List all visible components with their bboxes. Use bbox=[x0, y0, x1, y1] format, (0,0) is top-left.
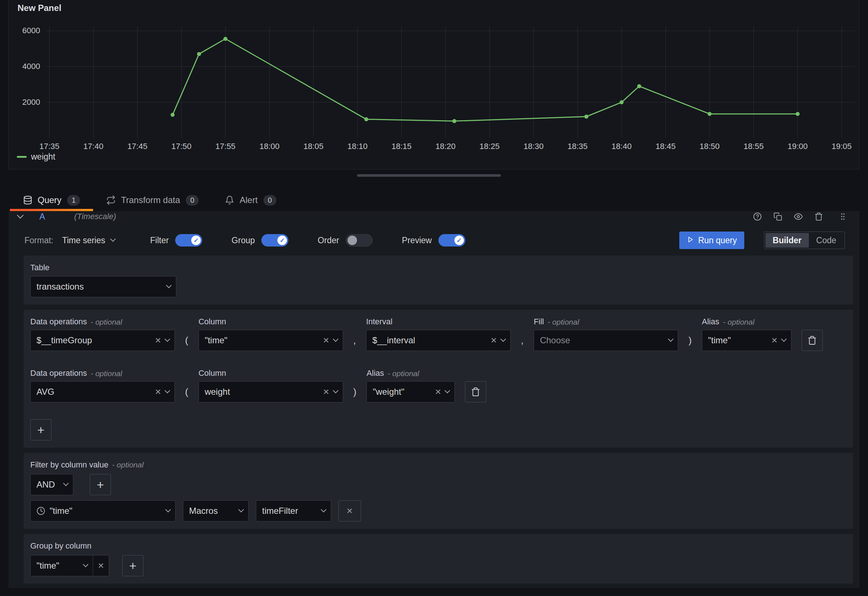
remove-column bbox=[465, 368, 486, 402]
datasource-name: (Timescale) bbox=[74, 212, 116, 221]
run-query-button[interactable]: Run query bbox=[679, 232, 744, 249]
y-axis-tick: 2000 bbox=[22, 98, 40, 107]
select-value: "time" bbox=[37, 561, 79, 571]
switch-knob bbox=[191, 235, 201, 245]
optional-hint: - optional bbox=[723, 318, 754, 327]
field-label: Interval bbox=[366, 317, 393, 327]
mode-code-button[interactable]: Code bbox=[809, 233, 844, 248]
chevron-down-icon bbox=[63, 481, 69, 487]
tab-query[interactable]: Query 1 bbox=[10, 189, 93, 211]
group-switch[interactable] bbox=[261, 234, 288, 247]
add-operation-row: + bbox=[30, 419, 846, 441]
tab-alert[interactable]: Alert 0 bbox=[212, 189, 289, 211]
operator-select[interactable]: AND bbox=[30, 474, 73, 495]
x-axis-tick: 17:35 bbox=[40, 142, 59, 151]
close-paren: ) bbox=[688, 330, 692, 351]
remove-filter-button[interactable]: × bbox=[338, 500, 361, 522]
x-axis-tick: 18:15 bbox=[391, 142, 411, 151]
add-operation-button[interactable]: + bbox=[30, 419, 52, 441]
filter-condition-row: "time" Macros timeFilter × bbox=[30, 500, 846, 522]
open-paren: ( bbox=[185, 381, 188, 402]
column-select[interactable]: "time" × bbox=[199, 330, 343, 351]
add-groupby-button[interactable]: + bbox=[122, 555, 143, 576]
x-axis-tick: 18:40 bbox=[611, 142, 632, 151]
drag-handle-icon[interactable] bbox=[838, 212, 847, 221]
clock-icon bbox=[37, 507, 45, 515]
x-axis-tick: 17:55 bbox=[216, 142, 235, 151]
select-value: timeFilter bbox=[262, 506, 317, 516]
chevron-down-icon bbox=[444, 388, 450, 394]
clear-icon[interactable]: × bbox=[323, 335, 329, 346]
mode-builder-button[interactable]: Builder bbox=[765, 233, 809, 248]
order-switch[interactable] bbox=[345, 234, 373, 247]
filter-switch[interactable] bbox=[175, 234, 202, 247]
alias-select[interactable]: "time" × bbox=[702, 330, 791, 351]
interval-field: Interval $__interval × bbox=[366, 317, 511, 351]
chevron-down-icon bbox=[83, 562, 89, 568]
table-select[interactable]: transactions bbox=[30, 276, 176, 297]
optional-hint: - optional bbox=[548, 318, 579, 327]
preview-switch[interactable] bbox=[438, 234, 465, 247]
x-axis-tick: 18:45 bbox=[655, 142, 676, 151]
chart-panel: New Panel 17:3517:4017:4517:5017:5518:00… bbox=[8, 0, 859, 169]
dataops-select[interactable]: $__timeGroup × bbox=[30, 330, 175, 351]
filter-column-select[interactable]: "time" bbox=[30, 500, 176, 522]
legend-series-label[interactable]: weight bbox=[31, 152, 55, 162]
select-value: weight bbox=[205, 387, 319, 397]
select-value: AND bbox=[37, 479, 59, 490]
clear-icon[interactable]: × bbox=[491, 335, 497, 346]
order-toggle-label: Order bbox=[317, 235, 339, 245]
groupby-section-label: Group by column bbox=[30, 541, 92, 551]
interval-select[interactable]: $__interval × bbox=[366, 330, 511, 351]
clear-icon[interactable]: × bbox=[155, 387, 161, 397]
column-select[interactable]: weight × bbox=[199, 381, 343, 402]
clear-icon[interactable]: × bbox=[771, 335, 777, 346]
chevron-down-icon bbox=[165, 336, 170, 342]
tab-counter: 1 bbox=[67, 195, 80, 206]
macros-select[interactable]: Macros bbox=[183, 500, 249, 522]
alias-select[interactable]: "weight" × bbox=[366, 381, 455, 402]
duplicate-query-icon[interactable] bbox=[774, 212, 782, 221]
dataops-field: Data operations - optional AVG × bbox=[30, 368, 175, 402]
query-toolbar: Format: Time series Filter Group Order P… bbox=[8, 222, 860, 249]
select-value: AVG bbox=[37, 387, 151, 397]
alias-field: Alias - optional "time" × bbox=[702, 317, 791, 351]
open-paren: ( bbox=[185, 330, 188, 351]
groupby-select[interactable]: "time" bbox=[30, 555, 93, 576]
group-toggle-label: Group bbox=[232, 235, 255, 245]
clear-icon[interactable]: × bbox=[323, 387, 329, 397]
remove-groupby-button[interactable]: × bbox=[93, 555, 109, 576]
x-axis-tick: 17:40 bbox=[83, 142, 103, 151]
field-label: Column bbox=[199, 368, 226, 378]
data-operations-section: Data operations - optional $__timeGroup … bbox=[24, 310, 853, 448]
chevron-down-icon bbox=[781, 336, 787, 342]
hide-query-eye-icon[interactable] bbox=[794, 212, 803, 221]
chevron-down-icon bbox=[165, 507, 171, 513]
query-editor-card: A (Timescale) Format: Time series bbox=[8, 211, 860, 588]
query-row-header[interactable]: A (Timescale) bbox=[8, 211, 860, 222]
select-value: Macros bbox=[189, 506, 235, 516]
dataops-select[interactable]: AVG × bbox=[30, 381, 175, 402]
x-axis-tick: 19:00 bbox=[788, 142, 808, 151]
macro-value-select[interactable]: timeFilter bbox=[256, 500, 331, 522]
tab-transform-data[interactable]: Transform data 0 bbox=[93, 189, 212, 211]
fill-select[interactable]: Choose bbox=[534, 330, 678, 351]
delete-row-trash-button[interactable] bbox=[802, 330, 823, 351]
format-select[interactable]: Time series bbox=[62, 235, 115, 245]
trash-icon[interactable] bbox=[814, 212, 823, 221]
separator: , bbox=[521, 317, 523, 351]
separator: ( bbox=[185, 317, 188, 351]
delete-row-trash-button[interactable] bbox=[465, 381, 486, 402]
clear-icon[interactable]: × bbox=[435, 387, 441, 397]
dataops-field: Data operations - optional $__timeGroup … bbox=[30, 317, 175, 351]
alias-field: Alias - optional "weight" × bbox=[366, 368, 455, 402]
separator: ) bbox=[353, 368, 357, 402]
editor-mode-group: Builder Code bbox=[764, 232, 845, 249]
help-icon[interactable] bbox=[753, 212, 762, 221]
chart-legend: weight bbox=[17, 152, 55, 162]
pane-resize-handle[interactable] bbox=[357, 174, 501, 177]
add-filter-button[interactable]: + bbox=[90, 474, 111, 495]
switch-knob bbox=[347, 235, 357, 245]
chevron-down-icon[interactable] bbox=[17, 212, 24, 218]
clear-icon[interactable]: × bbox=[155, 335, 161, 346]
